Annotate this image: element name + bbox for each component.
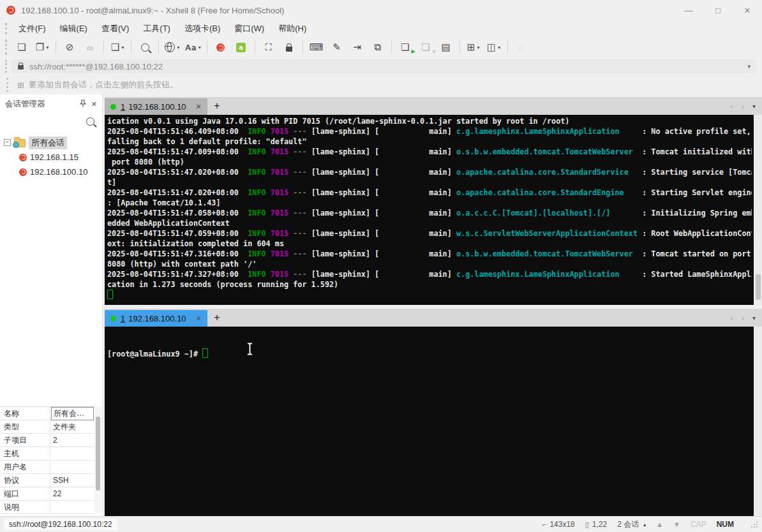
menu-item[interactable]: 窗口(W): [227, 22, 271, 35]
compose-button[interactable]: ✎: [327, 40, 347, 55]
tab-list-icon[interactable]: ▾: [752, 314, 756, 321]
logout-button[interactable]: ⇥: [347, 40, 368, 55]
tab-scroll-right-icon[interactable]: ›: [742, 101, 744, 111]
new-tab-button[interactable]: +: [207, 100, 227, 112]
new-tab-button[interactable]: ⊞▾: [463, 40, 484, 55]
menu-item[interactable]: 查看(V): [94, 22, 136, 35]
property-value[interactable]: [51, 453, 94, 454]
layout-button[interactable]: ◫▾: [484, 40, 504, 55]
terminal1-scrollbar[interactable]: [754, 115, 762, 305]
hint-grip[interactable]: [6, 78, 8, 92]
menu-item[interactable]: 选项卡(B): [177, 22, 227, 35]
collapse-icon[interactable]: −: [4, 139, 11, 146]
menu-item[interactable]: 文件(F): [11, 22, 53, 35]
hint-bar: ⊞ 要添加当前会话，点击左侧的箭头按钮。: [0, 75, 762, 95]
tab-scroll-left-icon[interactable]: ‹: [730, 101, 733, 111]
dropdown-caret-icon[interactable]: ▾: [46, 45, 49, 50]
fullscreen-button[interactable]: ⛶: [258, 40, 279, 55]
find-icon: [141, 43, 149, 52]
find-button[interactable]: [135, 40, 155, 55]
terminal-line: falling back to 1 default profile: "defa…: [107, 137, 752, 147]
dropdown-caret-icon[interactable]: ▾: [198, 45, 201, 50]
window-controls: — □ ✕: [674, 1, 762, 20]
terminal2-scrollbar[interactable]: [754, 327, 762, 517]
close-button[interactable]: ✕: [733, 1, 762, 20]
toolbar-separator: [303, 41, 303, 54]
encoding-globe-button[interactable]: ▾: [162, 40, 183, 55]
terminal-line: edded WebApplicationContext: [107, 218, 752, 228]
property-value[interactable]: 所有会…: [51, 407, 94, 420]
panel-close-icon[interactable]: ✕: [91, 100, 97, 108]
terminal-2[interactable]: [root@almaLinux9 ~]#: [105, 327, 762, 517]
property-value[interactable]: 22: [51, 489, 94, 499]
xftp-button[interactable]: a: [231, 40, 251, 55]
dropdown-caret-icon[interactable]: ▾: [477, 45, 479, 50]
menu-item[interactable]: 帮助(H): [271, 22, 313, 35]
menu-item[interactable]: 工具(T): [136, 22, 177, 35]
address-grip[interactable]: [5, 60, 7, 73]
new-tab-button[interactable]: +: [207, 312, 227, 323]
terminal-1[interactable]: ication v0.0.1 using Java 17.0.16 with P…: [105, 115, 762, 305]
tab-close-icon[interactable]: ✕: [196, 314, 202, 323]
scroll-up-icon[interactable]: ▲: [656, 521, 663, 528]
dropdown-caret-icon[interactable]: ▾: [498, 45, 500, 50]
minimize-button[interactable]: —: [674, 1, 703, 20]
tab-close-icon[interactable]: ✕: [196, 103, 202, 111]
pane2-tab-bar: 1 192.168.100.10 ✕ + ‹ › ▾: [105, 309, 762, 327]
session-search-row[interactable]: [0, 112, 102, 130]
pin-icon[interactable]: [80, 100, 86, 108]
property-value[interactable]: [51, 506, 94, 508]
properties-scrollbar[interactable]: [94, 406, 101, 514]
virtual-keyboard-button[interactable]: ⌨: [306, 40, 327, 55]
property-value[interactable]: [51, 466, 94, 468]
session-manager-panel: 会话管理器 ✕ − 所有会话 192.168.1.15192.168.100.1…: [0, 94, 103, 517]
disconnect-button[interactable]: ⊘: [59, 40, 80, 55]
sessions-dropdown-icon[interactable]: ▴: [643, 522, 646, 528]
address-input[interactable]: ssh://root:******@192.168.100.10:22 ▾: [11, 59, 757, 73]
dropdown-caret-icon[interactable]: ▾: [121, 45, 124, 50]
pane1-tab[interactable]: 1 192.168.100.10 ✕: [105, 98, 207, 115]
address-value: ssh://root:******@192.168.100.10:22: [29, 62, 163, 71]
session-properties-button[interactable]: ❏▾: [107, 40, 128, 55]
property-value[interactable]: SSH: [51, 475, 94, 485]
session-item-192.168.100.10[interactable]: 192.168.100.10: [4, 165, 102, 179]
terminal1-scrollbar-thumb[interactable]: [756, 274, 761, 300]
menu-grip[interactable]: [5, 23, 7, 34]
maximize-button[interactable]: □: [703, 1, 733, 20]
toolbar-grip[interactable]: [5, 40, 7, 55]
xshell-logo-icon: [6, 6, 15, 15]
session-item-192.168.1.15[interactable]: 192.168.1.15: [4, 150, 102, 165]
property-row: 名称所有会…: [0, 407, 94, 420]
xshell-button[interactable]: [211, 40, 231, 55]
property-value[interactable]: 2: [51, 435, 94, 445]
properties-scrollbar-thumb[interactable]: [96, 417, 100, 491]
stop-script-button: ❏■: [415, 40, 436, 55]
property-value[interactable]: 文件夹: [51, 421, 94, 433]
open-session-button[interactable]: ❐▾: [32, 40, 52, 55]
toolbar-separator: [507, 41, 508, 54]
scroll-buffer-button[interactable]: ⧉: [368, 40, 388, 55]
resize-grip[interactable]: [751, 521, 758, 528]
lock-screen-button[interactable]: [279, 40, 299, 55]
log-button[interactable]: ▤: [436, 40, 456, 55]
pane1-tab-bar: 1 192.168.100.10 ✕ + ‹ › ▾: [105, 97, 762, 115]
property-row: 用户名: [0, 461, 94, 474]
tab-scroll-left-icon[interactable]: ‹: [730, 313, 733, 323]
address-dropdown-icon[interactable]: ▾: [747, 63, 751, 70]
menu-item[interactable]: 编辑(E): [53, 22, 94, 35]
main-area: 会话管理器 ✕ − 所有会话 192.168.1.15192.168.100.1…: [0, 94, 762, 517]
status-session-count[interactable]: 2 会话 ▴: [617, 519, 646, 530]
property-label: 协议: [0, 474, 50, 487]
new-session-button[interactable]: ❏: [11, 40, 32, 55]
scroll-down-icon[interactable]: ▼: [673, 521, 680, 528]
run-script-button[interactable]: ❏▶: [395, 40, 415, 55]
new-tab-icon: ⊞: [467, 41, 475, 53]
search-icon[interactable]: [86, 117, 94, 126]
pane2-tab[interactable]: 1 192.168.100.10 ✕: [105, 310, 207, 327]
tree-root-label[interactable]: 所有会话: [29, 137, 67, 149]
dropdown-caret-icon[interactable]: ▾: [177, 45, 179, 50]
tab-scroll-right-icon[interactable]: ›: [742, 313, 744, 323]
tab-list-icon[interactable]: ▾: [752, 103, 756, 110]
font-button[interactable]: Aa▾: [183, 40, 204, 55]
tree-root-row[interactable]: − 所有会话: [4, 135, 102, 150]
